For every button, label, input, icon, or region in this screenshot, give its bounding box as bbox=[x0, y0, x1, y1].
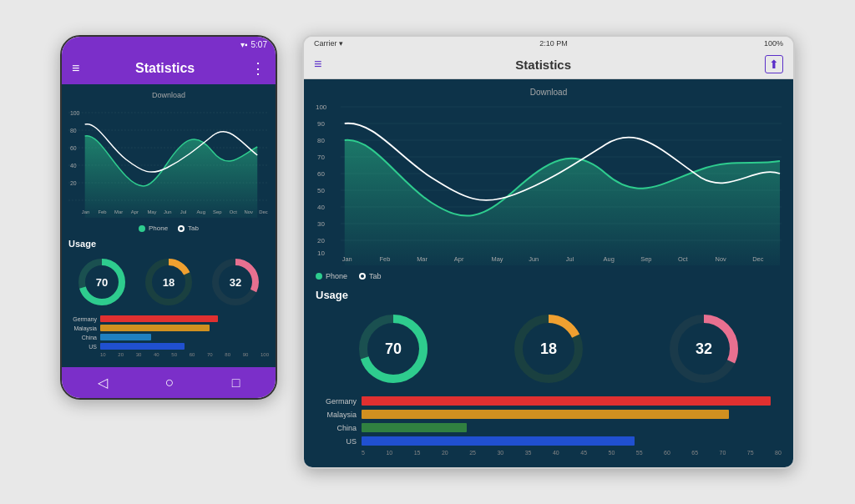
svg-text:60: 60 bbox=[317, 170, 325, 178]
svg-text:100: 100 bbox=[316, 103, 327, 111]
tablet-time: 2:10 PM bbox=[539, 39, 568, 48]
donut-value-18: 18 bbox=[163, 276, 175, 289]
svg-text:20: 20 bbox=[317, 237, 325, 244]
svg-text:Jan: Jan bbox=[342, 255, 352, 263]
tablet-bar-malaysia-track bbox=[362, 410, 782, 419]
wifi-icon-tablet: ▾ bbox=[339, 39, 343, 48]
phone-content: Download 100 80 60 40 20 bbox=[62, 84, 276, 367]
tablet-header: ≡ Statistics ⬆ bbox=[304, 50, 793, 79]
svg-text:90: 90 bbox=[317, 120, 325, 128]
tablet-bar-us-fill bbox=[362, 436, 635, 446]
svg-text:20: 20 bbox=[70, 180, 77, 186]
tablet-donut-value-18: 18 bbox=[540, 340, 557, 358]
svg-text:80: 80 bbox=[317, 137, 325, 144]
svg-text:70: 70 bbox=[317, 154, 325, 161]
phone-status-bar: ▾▪ 5:07 bbox=[62, 37, 276, 53]
phone-donut-32: 32 bbox=[210, 257, 261, 307]
phone-donut-70: 70 bbox=[77, 257, 127, 307]
phone-legend-tab: Tab bbox=[178, 224, 199, 232]
tablet-bar-china-fill bbox=[362, 423, 467, 432]
phone-bar-china-track bbox=[100, 334, 269, 340]
tablet-bar-china-track bbox=[362, 423, 782, 432]
svg-text:Aug: Aug bbox=[604, 255, 615, 263]
svg-text:80: 80 bbox=[70, 128, 77, 134]
hamburger-icon[interactable]: ≡ bbox=[72, 61, 79, 76]
recent-icon[interactable]: □ bbox=[232, 375, 240, 391]
svg-text:Nov: Nov bbox=[244, 209, 253, 214]
svg-text:Jun: Jun bbox=[164, 209, 171, 214]
tablet-bar-malaysia-fill bbox=[362, 410, 729, 419]
phone-usage-row: 70 18 32 bbox=[68, 252, 269, 312]
tablet-chart-legend: Phone Tab bbox=[316, 269, 782, 284]
svg-text:100: 100 bbox=[70, 110, 80, 116]
phone-bar-us: US bbox=[68, 343, 269, 350]
phone-bar-china-label: China bbox=[68, 335, 100, 340]
phone-bar-malaysia-track bbox=[100, 325, 269, 331]
svg-text:10: 10 bbox=[317, 249, 325, 257]
tablet-legend-tab: Tab bbox=[359, 272, 382, 280]
svg-text:Feb: Feb bbox=[98, 209, 107, 214]
tablet-legend-phone-label: Phone bbox=[326, 272, 347, 280]
tablet-battery: 100% bbox=[764, 39, 783, 48]
tablet-hamburger-icon[interactable]: ≡ bbox=[314, 57, 321, 72]
tablet-donut-value-32: 32 bbox=[696, 340, 712, 358]
tablet-legend-tab-label: Tab bbox=[369, 272, 382, 280]
more-icon[interactable]: ⋮ bbox=[250, 59, 266, 78]
phone-chart-legend: Phone Tab bbox=[68, 221, 269, 235]
tablet-usage-row: 70 18 32 bbox=[316, 305, 782, 393]
phone-legend-phone: Phone bbox=[139, 224, 168, 232]
phone-bar-germany-label: Germany bbox=[68, 316, 100, 322]
phone-bar-axis: 10 20 30 40 50 60 70 80 90 100 bbox=[68, 352, 269, 357]
tablet-legend-phone: Phone bbox=[316, 272, 347, 280]
tablet-bar-malaysia-label: Malaysia bbox=[316, 411, 362, 419]
wifi-icon: ▾▪ bbox=[240, 40, 248, 49]
phone-bar-germany-track bbox=[100, 315, 269, 322]
tablet-legend-tab-dot bbox=[359, 273, 366, 280]
tablet-donut-70: 70 bbox=[356, 311, 431, 386]
phone-bar-malaysia-label: Malaysia bbox=[68, 325, 100, 331]
svg-text:30: 30 bbox=[317, 220, 325, 228]
svg-text:Aug: Aug bbox=[196, 209, 205, 214]
tablet-bar-germany-fill bbox=[362, 396, 771, 406]
tablet-device: Carrier ▾ 2:10 PM 100% ≡ Statistics ⬆ Do… bbox=[302, 35, 795, 469]
svg-text:50: 50 bbox=[317, 187, 325, 194]
svg-text:Dec: Dec bbox=[259, 209, 268, 214]
phone-bar-germany: Germany bbox=[68, 315, 269, 322]
phone-device: ▾▪ 5:07 ≡ Statistics ⋮ Download 100 80 6 bbox=[60, 35, 277, 400]
phone-bar-germany-fill bbox=[100, 315, 218, 322]
phone-bar-malaysia-fill bbox=[100, 325, 210, 331]
phone-bar-us-label: US bbox=[68, 344, 100, 350]
svg-text:Apr: Apr bbox=[454, 255, 464, 263]
tablet-bar-us: US bbox=[316, 436, 782, 446]
phone-nav-bar: ◁ ○ □ bbox=[62, 367, 276, 398]
phone-bar-section: Germany Malaysia China bbox=[68, 312, 269, 360]
svg-text:Oct: Oct bbox=[678, 255, 688, 263]
tablet-bar-germany: Germany bbox=[316, 396, 782, 406]
phone-usage-title: Usage bbox=[68, 235, 269, 252]
tablet-donut-18: 18 bbox=[511, 311, 586, 386]
tablet-bar-us-label: US bbox=[316, 437, 362, 446]
svg-text:Jul: Jul bbox=[180, 209, 187, 214]
phone-bar-malaysia: Malaysia bbox=[68, 325, 269, 331]
phone-line-chart: 100 80 60 40 20 Jan Feb bbox=[68, 101, 269, 218]
tablet-usage-title: Usage bbox=[316, 284, 782, 305]
donut-value-32: 32 bbox=[230, 276, 241, 289]
phone-bar-china-fill bbox=[100, 334, 151, 340]
phone-title: Statistics bbox=[135, 61, 195, 76]
tablet-donut-value-70: 70 bbox=[385, 340, 402, 358]
tablet-bar-germany-label: Germany bbox=[316, 397, 362, 406]
tablet-bar-us-track bbox=[362, 436, 782, 446]
svg-text:40: 40 bbox=[70, 163, 77, 169]
phone-bar-us-track bbox=[100, 343, 269, 350]
svg-text:Jan: Jan bbox=[82, 209, 89, 214]
svg-text:Nov: Nov bbox=[716, 255, 726, 263]
tablet-donut-32: 32 bbox=[666, 311, 741, 386]
back-icon[interactable]: ◁ bbox=[98, 375, 108, 391]
tablet-content: Download 100 90 80 70 60 50 40 bbox=[304, 79, 793, 467]
phone-header: ≡ Statistics ⋮ bbox=[62, 53, 276, 84]
tablet-share-icon[interactable]: ⬆ bbox=[765, 55, 783, 73]
devices-container: ▾▪ 5:07 ≡ Statistics ⋮ Download 100 80 6 bbox=[43, 18, 812, 486]
home-icon[interactable]: ○ bbox=[165, 374, 175, 391]
tablet-legend-phone-dot bbox=[316, 273, 322, 280]
tablet-bar-axis: 5 10 15 20 25 30 35 40 45 50 55 60 65 70… bbox=[316, 450, 782, 456]
